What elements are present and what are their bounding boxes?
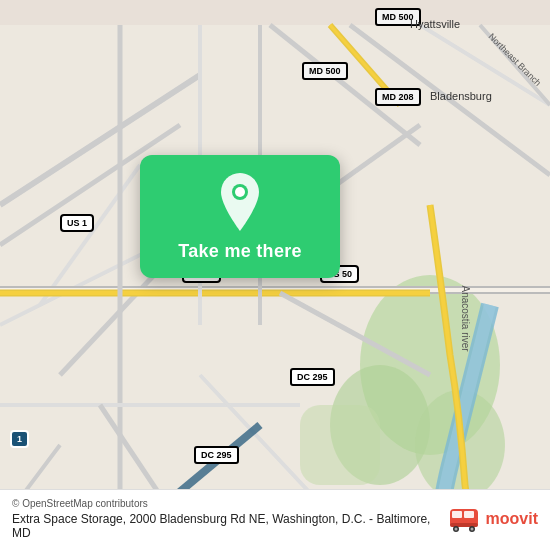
take-me-there-label: Take me there <box>178 241 302 262</box>
label-hyattsville: Hyattsville <box>410 18 460 30</box>
svg-rect-34 <box>464 511 474 518</box>
road-sign-i1-bottom: 1 <box>10 430 29 448</box>
bottom-info: © OpenStreetMap contributors Extra Space… <box>12 498 448 540</box>
attribution-text: © OpenStreetMap contributors <box>12 498 448 509</box>
svg-rect-35 <box>450 523 478 527</box>
moovit-bus-icon <box>448 503 480 535</box>
map-pin-icon <box>216 173 264 231</box>
svg-point-38 <box>454 528 457 531</box>
moovit-logo: moovit <box>448 503 538 535</box>
map-container: MD 500 MD 500 MD 208 US 1 1 US 50 US 50 … <box>0 0 550 550</box>
svg-point-31 <box>235 187 245 197</box>
label-bladensburg: Bladensburg <box>430 90 492 102</box>
svg-rect-4 <box>300 405 380 485</box>
road-sign-dc295-bottom: DC 295 <box>194 446 239 464</box>
road-sign-md208: MD 208 <box>375 88 421 106</box>
svg-rect-33 <box>452 511 462 518</box>
svg-point-39 <box>470 528 473 531</box>
road-sign-md500-mid: MD 500 <box>302 62 348 80</box>
road-sign-us1-left: US 1 <box>60 214 94 232</box>
take-me-there-card[interactable]: Take me there <box>140 155 340 278</box>
location-text: Extra Space Storage, 2000 Bladensburg Rd… <box>12 512 448 540</box>
label-anacostia-river: Anacostia river <box>460 286 471 352</box>
road-sign-dc295-mid: DC 295 <box>290 368 335 386</box>
bottom-bar: © OpenStreetMap contributors Extra Space… <box>0 489 550 550</box>
moovit-text: moovit <box>486 510 538 528</box>
